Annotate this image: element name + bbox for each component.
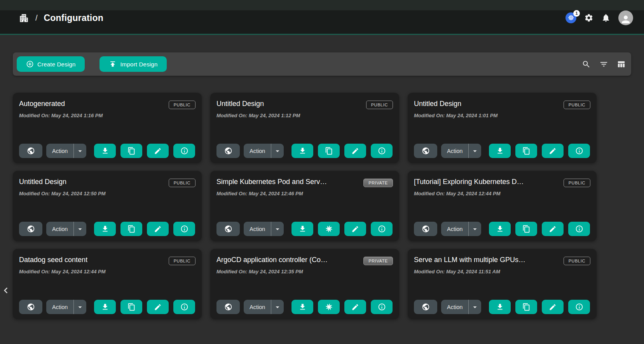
import-design-button[interactable]: Import Design: [99, 56, 167, 72]
visibility-globe-button[interactable]: [414, 222, 437, 236]
card-title: Simple Kubernetes Pod and Serv…: [216, 178, 327, 186]
card-actions-row: Action: [414, 300, 590, 314]
download-button[interactable]: [489, 222, 511, 236]
design-card: Serve an LLM with multiple GPUs… PUBLIC …: [408, 249, 597, 319]
card-title: ArgoCD application controller (Co…: [216, 256, 328, 264]
user-avatar[interactable]: [618, 10, 633, 25]
edit-button[interactable]: [147, 222, 169, 236]
info-button[interactable]: [173, 222, 195, 236]
visibility-globe-button[interactable]: [414, 300, 437, 314]
action-dropdown-toggle[interactable]: [468, 300, 481, 314]
visibility-globe-button[interactable]: [216, 300, 240, 314]
drawer-collapse-button[interactable]: [0, 285, 12, 296]
action-dropdown-toggle[interactable]: [73, 222, 86, 236]
card-modified-date: Modified On: May 24, 2024 1:12 PM: [216, 113, 393, 118]
caret-down-icon: [273, 225, 282, 233]
card-title: Untitled Design: [19, 178, 66, 186]
spiral-button[interactable]: [318, 222, 340, 236]
filter-button[interactable]: [599, 60, 608, 69]
info-button[interactable]: [371, 222, 393, 236]
download-button[interactable]: [94, 300, 116, 314]
edit-button[interactable]: [344, 144, 366, 158]
action-dropdown-toggle[interactable]: [468, 222, 481, 236]
settings-button[interactable]: [584, 13, 593, 23]
edit-button[interactable]: [147, 300, 169, 314]
action-button[interactable]: Action: [441, 300, 468, 314]
table-view-button[interactable]: [617, 60, 626, 69]
action-button[interactable]: Action: [46, 144, 73, 158]
card-actions-row: Action: [216, 222, 393, 236]
create-design-button[interactable]: Create Design: [17, 56, 85, 72]
action-button[interactable]: Action: [244, 300, 271, 314]
action-dropdown-toggle[interactable]: [271, 144, 284, 158]
info-button[interactable]: [371, 144, 393, 158]
person-icon: [620, 14, 632, 25]
download-button[interactable]: [94, 222, 116, 236]
kubernetes-context-button[interactable]: ☸ 1: [565, 12, 576, 23]
download-button[interactable]: [291, 300, 313, 314]
clone-button[interactable]: [515, 300, 537, 314]
clone-button[interactable]: [120, 300, 142, 314]
card-actions-row: Action: [19, 222, 195, 236]
visibility-badge: PUBLIC: [169, 101, 195, 109]
action-dropdown-toggle[interactable]: [468, 144, 481, 158]
info-button[interactable]: [173, 300, 195, 314]
search-button[interactable]: [582, 60, 591, 69]
edit-button[interactable]: [542, 222, 564, 236]
edit-button[interactable]: [542, 300, 564, 314]
visibility-badge: PUBLIC: [564, 101, 590, 109]
notifications-button[interactable]: [601, 13, 611, 23]
info-button[interactable]: [568, 222, 590, 236]
download-button[interactable]: [291, 222, 313, 236]
action-button[interactable]: Action: [441, 222, 468, 236]
action-split-button: Action: [46, 222, 86, 236]
download-icon: [101, 303, 109, 311]
clone-button[interactable]: [318, 144, 340, 158]
visibility-globe-button[interactable]: [19, 222, 42, 236]
card-actions-row: Action: [414, 222, 590, 236]
info-button[interactable]: [173, 144, 195, 158]
edit-button[interactable]: [147, 144, 169, 158]
download-button[interactable]: [291, 144, 313, 158]
download-button[interactable]: [94, 144, 116, 158]
download-button[interactable]: [489, 144, 511, 158]
info-button[interactable]: [371, 300, 393, 314]
action-button[interactable]: Action: [244, 222, 271, 236]
edit-button[interactable]: [344, 222, 366, 236]
card-modified-date: Modified On: May 24, 2024 12:44 PM: [19, 269, 195, 275]
visibility-globe-button[interactable]: [19, 144, 42, 158]
card-actions-row: Action: [216, 144, 393, 158]
spiral-button[interactable]: [318, 300, 340, 314]
organization-button[interactable]: [19, 13, 29, 23]
download-icon: [298, 303, 307, 311]
action-button[interactable]: Action: [46, 300, 73, 314]
download-button[interactable]: [489, 300, 511, 314]
visibility-globe-button[interactable]: [414, 144, 437, 158]
globe-icon: [422, 303, 430, 311]
visibility-globe-button[interactable]: [216, 222, 240, 236]
card-modified-date: Modified On: May 24, 2024 12:50 PM: [19, 191, 195, 196]
action-split-button: Action: [244, 222, 284, 236]
action-dropdown-toggle[interactable]: [271, 300, 284, 314]
clone-button[interactable]: [120, 222, 142, 236]
visibility-globe-button[interactable]: [216, 144, 240, 158]
info-button[interactable]: [568, 144, 590, 158]
card-actions-row: Action: [19, 144, 195, 158]
clone-button[interactable]: [120, 144, 142, 158]
action-button[interactable]: Action: [46, 222, 73, 236]
design-card: Autogenerated PUBLIC Modified On: May 24…: [13, 93, 202, 163]
edit-button[interactable]: [344, 300, 366, 314]
clone-button[interactable]: [515, 144, 537, 158]
edit-button[interactable]: [542, 144, 564, 158]
clone-button[interactable]: [515, 222, 537, 236]
info-button[interactable]: [568, 300, 590, 314]
pencil-icon: [549, 225, 557, 233]
action-button[interactable]: Action: [244, 144, 271, 158]
action-dropdown-toggle[interactable]: [73, 144, 86, 158]
action-dropdown-toggle[interactable]: [73, 300, 86, 314]
action-dropdown-toggle[interactable]: [271, 222, 284, 236]
action-button[interactable]: Action: [441, 144, 468, 158]
visibility-globe-button[interactable]: [19, 300, 42, 314]
card-actions-row: Action: [19, 300, 195, 314]
card-modified-date: Modified On: May 24, 2024 1:16 PM: [19, 113, 195, 118]
